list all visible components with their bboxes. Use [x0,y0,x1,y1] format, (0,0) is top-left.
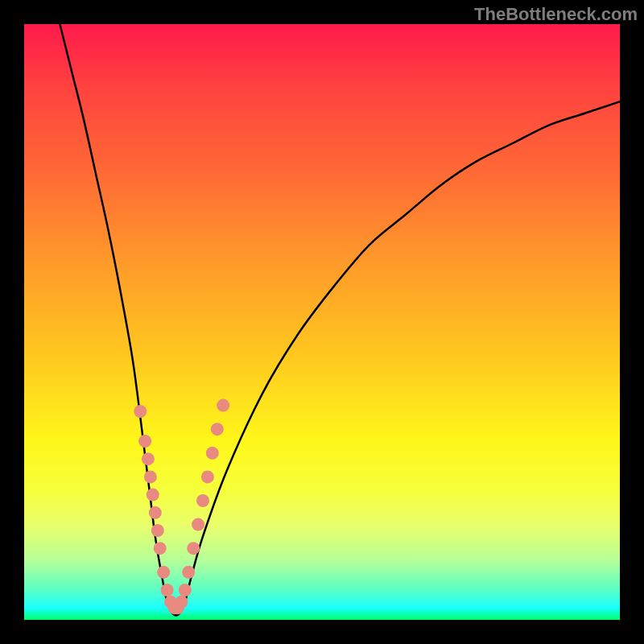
marker-dot [161,584,174,597]
chart-container: TheBottleneck.com [0,0,644,644]
marker-dot [138,435,151,448]
plot-area [24,24,620,620]
marker-dot [201,470,214,483]
bottleneck-curve-line [60,24,620,615]
marker-dot [154,542,167,555]
marker-dot [157,566,170,579]
marker-dot [179,584,192,597]
marker-dot [192,518,204,531]
marker-dot [187,542,200,555]
markers-group [134,399,229,615]
marker-dot [182,566,195,579]
marker-dot [147,489,159,502]
marker-dot [142,452,155,465]
marker-dot [217,399,229,412]
marker-dot [175,596,188,609]
marker-dot [206,447,219,460]
marker-dot [149,506,162,519]
marker-dot [144,470,157,483]
marker-dot [134,405,147,418]
marker-dot [211,423,224,436]
watermark-text: TheBottleneck.com [474,4,638,25]
marker-dot [196,494,209,507]
marker-dot [151,524,164,537]
chart-overlay [24,24,620,620]
